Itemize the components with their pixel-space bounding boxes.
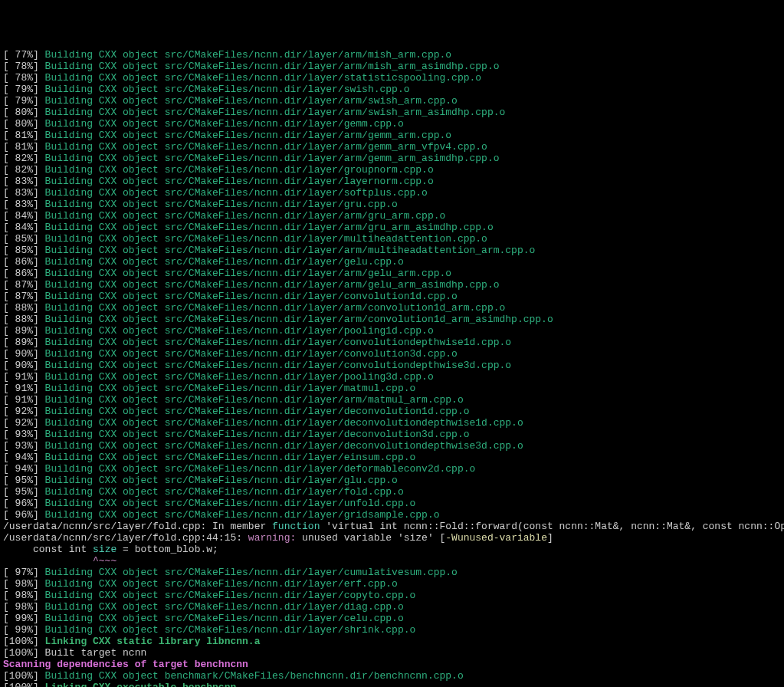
build-line: [ 95%] Building CXX object src/CMakeFile… [3,486,781,498]
build-line: [ 91%] Building CXX object src/CMakeFile… [3,394,781,406]
build-line: [ 84%] Building CXX object src/CMakeFile… [3,210,781,222]
built-target: [100%] Built target ncnn [3,647,781,659]
build-line: [ 90%] Building CXX object src/CMakeFile… [3,348,781,360]
build-line: [ 92%] Building CXX object src/CMakeFile… [3,417,781,429]
build-line: [ 77%] Building CXX object src/CMakeFile… [3,49,781,61]
build-line: [ 78%] Building CXX object src/CMakeFile… [3,72,781,84]
build-line: [ 87%] Building CXX object src/CMakeFile… [3,279,781,291]
build-line: [ 98%] Building CXX object src/CMakeFile… [3,578,781,590]
build-line: [ 86%] Building CXX object src/CMakeFile… [3,256,781,268]
build-line: [ 92%] Building CXX object src/CMakeFile… [3,406,781,417]
compiler-caret: ^~~~ [3,555,781,567]
build-line: [ 93%] Building CXX object src/CMakeFile… [3,429,781,440]
build-line: [ 89%] Building CXX object src/CMakeFile… [3,337,781,348]
build-line: [ 97%] Building CXX object src/CMakeFile… [3,567,781,578]
build-line: [ 96%] Building CXX object src/CMakeFile… [3,498,781,509]
build-line: [ 88%] Building CXX object src/CMakeFile… [3,314,781,325]
build-line: [ 94%] Building CXX object src/CMakeFile… [3,452,781,463]
build-line: [ 98%] Building CXX object src/CMakeFile… [3,590,781,601]
build-line: [ 90%] Building CXX object src/CMakeFile… [3,360,781,371]
terminal-output[interactable]: [ 77%] Building CXX object src/CMakeFile… [3,49,781,687]
build-line: [ 88%] Building CXX object src/CMakeFile… [3,302,781,314]
build-line: [ 93%] Building CXX object src/CMakeFile… [3,440,781,452]
build-line: [ 82%] Building CXX object src/CMakeFile… [3,164,781,176]
build-line: [ 85%] Building CXX object src/CMakeFile… [3,233,781,245]
build-line: [ 98%] Building CXX object src/CMakeFile… [3,601,781,613]
build-line: [ 83%] Building CXX object src/CMakeFile… [3,199,781,210]
compiler-message: /userdata/ncnn/src/layer/fold.cpp: In me… [3,521,781,532]
link-line: [100%] Linking CXX static library libncn… [3,636,781,647]
build-line: [ 79%] Building CXX object src/CMakeFile… [3,95,781,107]
build-line: [ 83%] Building CXX object src/CMakeFile… [3,176,781,187]
build-line: [ 81%] Building CXX object src/CMakeFile… [3,141,781,153]
build-line: [ 91%] Building CXX object src/CMakeFile… [3,383,781,394]
build-line: [ 91%] Building CXX object src/CMakeFile… [3,371,781,383]
scanning-line: Scanning dependencies of target benchncn… [3,659,781,670]
build-line: [ 95%] Building CXX object src/CMakeFile… [3,475,781,486]
build-line: [ 85%] Building CXX object src/CMakeFile… [3,245,781,256]
build-line: [ 83%] Building CXX object src/CMakeFile… [3,187,781,199]
build-line: [ 80%] Building CXX object src/CMakeFile… [3,118,781,130]
build-line: [ 78%] Building CXX object src/CMakeFile… [3,61,781,72]
compiler-code-context: const int size = bottom_blob.w; [3,544,781,555]
build-line: [ 99%] Building CXX object src/CMakeFile… [3,624,781,636]
build-line: [ 80%] Building CXX object src/CMakeFile… [3,107,781,118]
build-line: [ 81%] Building CXX object src/CMakeFile… [3,130,781,141]
build-line: [ 84%] Building CXX object src/CMakeFile… [3,222,781,233]
build-line: [ 87%] Building CXX object src/CMakeFile… [3,291,781,302]
compiler-warning: /userdata/ncnn/src/layer/fold.cpp:44:15:… [3,532,781,544]
build-line: [ 82%] Building CXX object src/CMakeFile… [3,153,781,164]
build-line: [ 89%] Building CXX object src/CMakeFile… [3,325,781,337]
build-line: [ 96%] Building CXX object src/CMakeFile… [3,509,781,521]
build-line: [ 94%] Building CXX object src/CMakeFile… [3,463,781,475]
build-line: [ 99%] Building CXX object src/CMakeFile… [3,613,781,624]
build-line: [ 79%] Building CXX object src/CMakeFile… [3,84,781,95]
build-line: [100%] Building CXX object benchmark/CMa… [3,670,781,682]
link-line: [100%] Linking CXX executable benchncnn [3,682,781,687]
build-line: [ 86%] Building CXX object src/CMakeFile… [3,268,781,279]
